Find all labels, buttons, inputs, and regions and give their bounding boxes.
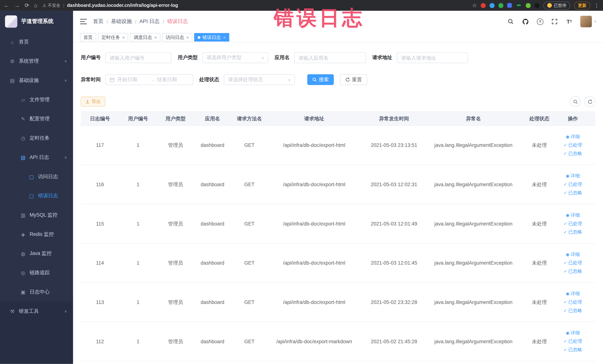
extension-icon[interactable] (526, 3, 531, 8)
user-id-input[interactable] (105, 52, 172, 63)
sidebar-item-8[interactable]: ▢ 错误日志 (0, 186, 73, 205)
paused-badge[interactable]: 已暂停 (543, 1, 570, 10)
ignored-link[interactable]: 已忽略 (564, 229, 582, 235)
cell-user-id: 1 (119, 339, 157, 344)
ignored-link[interactable]: 已忽略 (564, 307, 582, 314)
breadcrumb-item-1[interactable]: 基础设施 (111, 18, 132, 25)
request-url-input[interactable] (397, 52, 468, 63)
cell-method: GET (231, 299, 268, 305)
home-icon[interactable]: ⌂ (34, 3, 37, 8)
detail-link[interactable]: 详细 (566, 251, 580, 258)
extension-icon[interactable] (507, 3, 512, 8)
ignored-link[interactable]: 已忽略 (564, 347, 582, 353)
github-icon[interactable] (522, 18, 529, 25)
refresh-button[interactable] (584, 96, 595, 107)
close-icon[interactable]: × (154, 35, 157, 40)
reset-button[interactable]: 重置 (340, 74, 367, 85)
sidebar-item-5[interactable]: ◷ 定时任务 (0, 129, 73, 148)
process-status-select[interactable]: 请选择处理状态 ∨ (224, 74, 295, 85)
font-size-icon[interactable]: TT (566, 18, 573, 25)
menu-icon: ◷ (20, 135, 26, 141)
processed-link[interactable]: 已处理 (564, 142, 582, 149)
breadcrumb-item-0[interactable]: 首页 (93, 18, 104, 25)
hamburger-icon[interactable] (80, 19, 87, 24)
close-icon[interactable]: × (223, 35, 226, 40)
sidebar-item-13[interactable]: ▣ 日志中心 (0, 282, 73, 302)
tab-label: 错误日志 (202, 34, 221, 41)
sidebar-item-4[interactable]: ✎ 配置管理 (0, 109, 73, 129)
address-bar[interactable]: ⚠不安全 | dashboard.yudao.iocoder.cn/infra/… (42, 2, 178, 8)
processed-link[interactable]: 已处理 (564, 260, 582, 266)
column-header-5: 请求地址 (268, 115, 360, 122)
detail-link[interactable]: 详细 (566, 330, 580, 336)
reload-icon[interactable]: ⟳ (25, 3, 29, 8)
sidebar-item-label: 文件管理 (30, 96, 50, 103)
user-type-select[interactable]: 请选择用户类型 ∨ (202, 52, 268, 63)
sidebar-item-1[interactable]: ⚙ 系统管理 ∨ (0, 52, 73, 71)
date-end-placeholder[interactable]: 结束日期 (157, 76, 189, 83)
date-start-placeholder[interactable]: 开始日期 (117, 76, 149, 83)
sidebar-item-11[interactable]: ◍ Java 监控 (0, 244, 73, 263)
table-row-2: 115 1 管理员 dashboard GET /api/infra/db-do… (81, 204, 595, 244)
warning-icon: ⚠ (42, 3, 46, 8)
extension-icon[interactable] (534, 3, 540, 8)
back-icon[interactable]: ← (4, 3, 9, 8)
tab-0[interactable]: 首页 (80, 33, 96, 42)
sidebar-item-7[interactable]: ▢ 访问日志 (0, 167, 73, 186)
tab-3[interactable]: 访问日志 × (162, 33, 192, 42)
cell-request-url: /api/infra/db-doc/export-html (268, 182, 360, 187)
sidebar-item-3[interactable]: ▱ 文件管理 (0, 90, 73, 109)
extension-icon[interactable] (489, 3, 495, 8)
url-text[interactable]: dashboard.yudao.iocoder.cn/infra/log/api… (67, 3, 178, 8)
cell-method: GET (231, 221, 268, 227)
detail-link[interactable]: 详细 (566, 290, 580, 297)
app-name-input[interactable] (294, 52, 366, 63)
security-warning[interactable]: ⚠不安全 (42, 2, 60, 8)
browser-menu-icon[interactable]: ⋮ (594, 2, 599, 8)
process-status-label: 处理状态 (199, 76, 219, 83)
user-avatar[interactable]: ▾ (580, 16, 596, 27)
tab-2[interactable]: 调度日志 × (130, 33, 160, 42)
sidebar-menu: ⌂ 首页 ⚙ 系统管理 ∨ ▤ 基础设施 ∧ ▱ 文件管理 ✎ (0, 32, 73, 364)
bookmark-star-icon[interactable]: ☆ (472, 3, 477, 8)
logo-row[interactable]: 芋道管理系统 (0, 11, 73, 32)
menu-icon: ▢ (29, 193, 35, 199)
search-button[interactable]: 搜索 (307, 74, 334, 85)
sidebar-item-9[interactable]: ▥ MySQL 监控 (0, 205, 73, 225)
sidebar-item-10[interactable]: ◈ Redis 监控 (0, 225, 73, 244)
export-button[interactable]: 导出 (81, 97, 105, 107)
processed-link[interactable]: 已处理 (564, 181, 582, 188)
update-button[interactable]: 更新 (574, 1, 590, 10)
browser-actions: ☆ on 已暂停 更新 ⋮ (472, 1, 599, 10)
processed-link[interactable]: 已处理 (564, 299, 582, 305)
sidebar-item-2[interactable]: ▤ 基础设施 ∧ (0, 71, 73, 90)
date-range-picker[interactable]: 开始日期 - 结束日期 (105, 74, 193, 85)
sidebar-item-12[interactable]: ◎ 链路追踪 (0, 263, 73, 282)
search-icon[interactable] (507, 18, 514, 25)
processed-link[interactable]: 已处理 (564, 338, 582, 345)
detail-link[interactable]: 详细 (566, 133, 580, 140)
cell-app-name: dashboard (194, 221, 231, 227)
ignored-link[interactable]: 已忽略 (564, 190, 582, 196)
sidebar-item-6[interactable]: ▧ API 日志 ∧ (0, 148, 73, 167)
sidebar-item-label: Redis 监控 (30, 231, 54, 238)
breadcrumb-item-2[interactable]: API 日志 (139, 18, 160, 25)
detail-link[interactable]: 详细 (566, 173, 580, 179)
help-icon[interactable]: ? (537, 18, 544, 25)
forward-icon[interactable]: → (14, 3, 20, 8)
sidebar-item-14[interactable]: ⚒ 研发工具 ∨ (0, 302, 73, 321)
extension-icon[interactable] (499, 3, 503, 8)
ignored-link[interactable]: 已忽略 (564, 268, 582, 275)
close-icon[interactable]: × (186, 35, 189, 40)
detail-link[interactable]: 详细 (566, 212, 580, 218)
extension-icon[interactable] (481, 3, 486, 8)
sidebar-item-0[interactable]: ⌂ 首页 (0, 32, 73, 52)
ignored-link[interactable]: 已忽略 (564, 150, 582, 157)
processed-link[interactable]: 已处理 (564, 221, 582, 227)
close-icon[interactable]: × (122, 35, 125, 40)
tab-1[interactable]: 定时任务 × (98, 33, 128, 42)
hide-search-button[interactable] (570, 96, 581, 107)
fullscreen-icon[interactable] (551, 18, 558, 25)
on-badge-extension-icon[interactable]: on (516, 3, 522, 8)
tab-4[interactable]: 错误日志 × (194, 33, 229, 42)
